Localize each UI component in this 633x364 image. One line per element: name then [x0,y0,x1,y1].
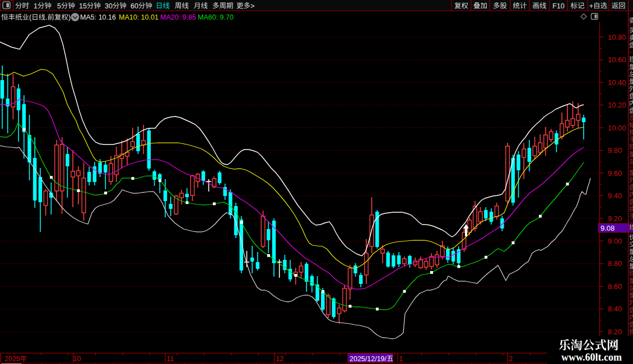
svg-text:15: 15 [79,2,87,10]
svg-text:8.20: 8.20 [608,328,622,336]
svg-text:9.20: 9.20 [608,214,622,223]
svg-text:9.80: 9.80 [608,146,622,155]
svg-text:5: 5 [57,2,61,10]
svg-text:MA10: 10.01: MA10: 10.01 [119,13,159,21]
svg-text:8.40: 8.40 [608,305,622,313]
svg-text:2: 2 [509,354,513,363]
svg-text:30: 30 [105,2,113,10]
svg-text:MA60: 9.70: MA60: 9.70 [198,13,234,21]
svg-text:2025: 2025 [4,355,20,363]
svg-text:9.08: 9.08 [601,224,615,232]
svg-text:9.00: 9.00 [608,237,622,245]
svg-text:12: 12 [276,354,283,363]
svg-text:1: 1 [399,354,403,363]
svg-text:www.60lt.com: www.60lt.com [561,352,622,363]
svg-text:): ) [68,13,71,21]
svg-text:9.40: 9.40 [608,192,622,200]
svg-text:10.40: 10.40 [608,78,626,87]
svg-text:11: 11 [166,354,174,363]
svg-text:8.80: 8.80 [608,259,622,268]
svg-text:MA20: 9.85: MA20: 9.85 [160,13,196,21]
svg-text:2025/12/19/: 2025/12/19/ [350,355,387,363]
svg-text:.: . [45,13,47,21]
svg-text:>: > [250,2,254,10]
svg-text:10.00: 10.00 [608,124,626,132]
svg-text:10.80: 10.80 [608,33,626,41]
svg-text:1: 1 [34,2,38,10]
svg-text:10.60: 10.60 [608,55,626,64]
svg-text:60: 60 [131,2,138,10]
svg-text:9.60: 9.60 [608,169,622,178]
svg-text:MA5: 10.16: MA5: 10.16 [80,13,116,21]
svg-text:10.20: 10.20 [608,101,626,109]
svg-text:8.60: 8.60 [608,282,622,291]
svg-text:10: 10 [73,354,81,363]
svg-text:F10: F10 [552,2,565,10]
svg-text:+: + [589,2,593,10]
